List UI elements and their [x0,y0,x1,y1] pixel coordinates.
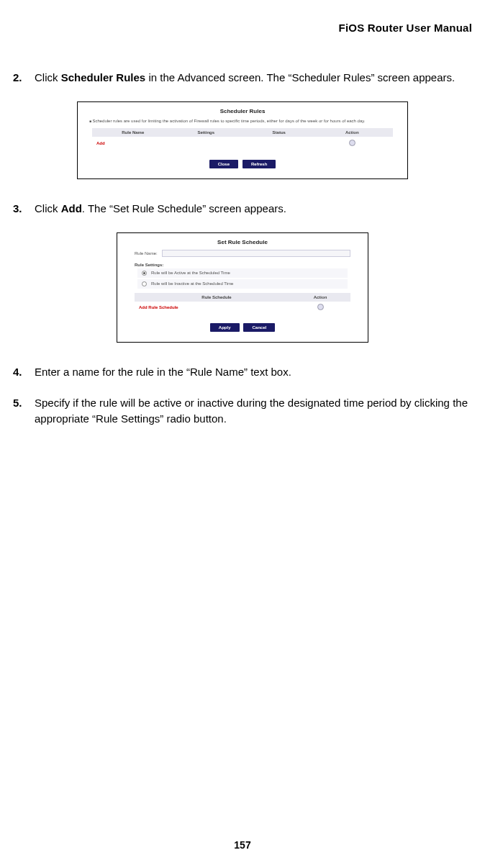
fig1-refresh-button[interactable]: Refresh [242,160,276,168]
step-3-post: . The “Set Rule Schedule” screen appears… [82,202,286,214]
step-4-text: Enter a name for the rule in the “Rule N… [35,364,472,380]
radio-icon [142,281,147,286]
step-3-text: Click Add. The “Set Rule Schedule” scree… [35,201,472,217]
fig1-col-rulename: Rule Name [96,130,170,135]
fig1-note: Scheduler rules are used for limiting th… [89,119,400,124]
figure-1-wrap: Scheduler Rules Scheduler rules are used… [13,101,472,179]
step-3: 3. Click Add. The “Set Rule Schedule” sc… [13,201,472,217]
fig1-col-status: Status [242,130,316,135]
step-5-number: 5. [13,395,26,427]
fig2-radio-active[interactable]: Rule will be Active at the Scheduled Tim… [137,268,348,278]
step-2-number: 2. [13,70,26,86]
fig2-button-row: Apply Cancel [124,323,361,332]
step-4-number: 4. [13,364,26,380]
fig2-radio-inactive[interactable]: Rule will be Inactive at the Scheduled T… [137,279,348,289]
figure-scheduler-rules: Scheduler Rules Scheduler rules are used… [77,101,408,179]
fig1-table-header: Rule Name Settings Status Action [92,128,393,137]
radio-icon [142,271,147,276]
doc-header-title: FiOS Router User Manual [13,22,472,34]
step-3-bold: Add [61,202,82,214]
fig2-table-header: Rule Schedule Action [135,293,350,302]
step-2-bold: Scheduler Rules [61,71,146,83]
step-5: 5. Specify if the rule will be active or… [13,395,472,427]
step-5-text: Specify if the rule will be active or in… [35,395,472,427]
add-icon[interactable] [317,304,324,310]
fig1-close-button[interactable]: Close [209,160,238,168]
fig2-action-cell [294,304,346,311]
fig2-name-row: Rule Name: [135,250,350,257]
figure-2-wrap: Set Rule Schedule Rule Name: Rule Settin… [13,232,472,343]
step-3-number: 3. [13,201,26,217]
step-3-pre: Click [35,202,61,214]
step-4: 4. Enter a name for the rule in the “Rul… [13,364,472,380]
fig2-name-label: Rule Name: [135,251,158,256]
fig1-col-settings: Settings [170,130,243,135]
fig1-button-row: Close Refresh [85,160,400,168]
fig2-title: Set Rule Schedule [124,239,361,245]
fig2-col-schedule: Rule Schedule [139,295,294,299]
rule-name-input[interactable] [162,250,350,257]
add-icon[interactable] [349,140,355,146]
fig2-apply-button[interactable]: Apply [210,323,240,332]
fig1-title: Scheduler Rules [85,108,400,114]
figure-set-rule-schedule: Set Rule Schedule Rule Name: Rule Settin… [117,232,368,343]
step-2: 2. Click Scheduler Rules in the Advanced… [13,70,472,86]
fig2-add-link[interactable]: Add Rule Schedule [139,305,294,309]
step-2-pre: Click [35,71,61,83]
fig2-cancel-button[interactable]: Cancel [243,323,275,332]
fig1-add-link[interactable]: Add [96,141,170,145]
fig1-col-action: Action [316,130,389,135]
fig1-add-row: Add [92,137,393,150]
fig2-opt2-text: Rule will be Inactive at the Scheduled T… [151,281,233,286]
fig2-opt1-text: Rule will be Active at the Scheduled Tim… [151,271,230,275]
fig2-col-action: Action [294,295,346,299]
fig2-settings-label: Rule Settings: [135,263,350,267]
step-2-post: in the Advanced screen. The “Scheduler R… [145,71,455,83]
fig1-action-cell [316,140,389,147]
fig2-add-row: Add Rule Schedule [135,302,350,313]
page-number: 157 [0,839,485,851]
step-2-text: Click Scheduler Rules in the Advanced sc… [35,70,472,86]
